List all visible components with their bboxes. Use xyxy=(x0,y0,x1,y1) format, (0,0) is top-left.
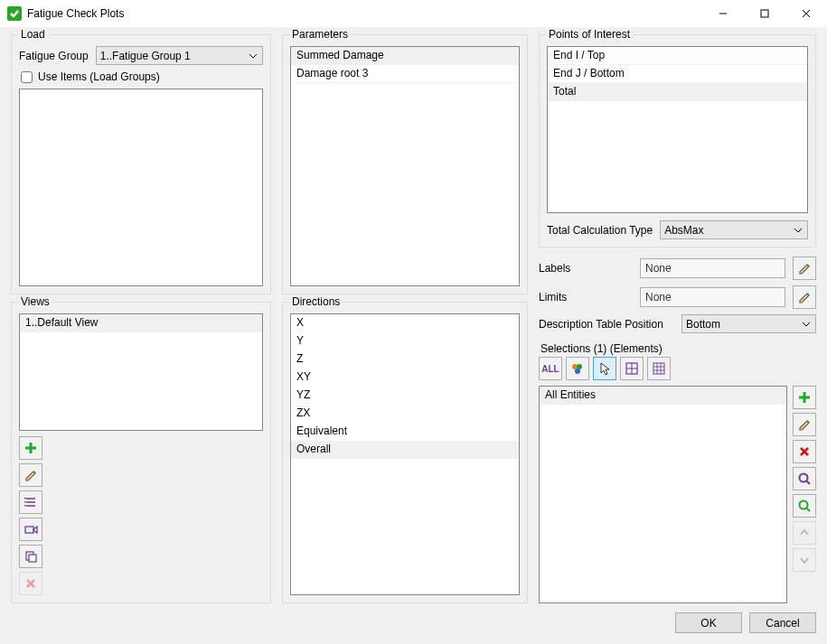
total-calc-row: Total Calculation Type AbsMax xyxy=(547,220,808,239)
views-buttons xyxy=(19,436,263,595)
dialog-footer: OK Cancel xyxy=(0,607,827,644)
dialog-fatigue-check-plots: Fatigue Check Plots Load Fatigue Group xyxy=(0,0,827,644)
group-poi: Points of Interest End I / TopEnd J / Bo… xyxy=(539,34,816,247)
desc-table-row: Description Table Position Bottom xyxy=(539,314,816,333)
desc-table-label: Description Table Position xyxy=(539,318,674,331)
sel-pointer-button[interactable] xyxy=(593,357,616,380)
group-load: Load Fatigue Group 1..Fatigue Group 1 Us… xyxy=(11,34,271,294)
right-fields: Labels None Limits None Description Tabl… xyxy=(539,257,816,333)
list-item[interactable]: XY xyxy=(291,369,519,387)
list-item[interactable]: Y xyxy=(291,332,519,350)
views-edit-button[interactable] xyxy=(19,463,42,487)
fatigue-group-row: Fatigue Group 1..Fatigue Group 1 xyxy=(19,46,263,65)
views-delete-button xyxy=(19,572,42,595)
svg-line-33 xyxy=(807,481,811,485)
sel-edit-button[interactable] xyxy=(793,413,816,436)
svg-rect-9 xyxy=(24,498,26,499)
list-item[interactable]: Z xyxy=(291,350,519,369)
labels-field[interactable]: None xyxy=(640,258,785,278)
titlebar-controls xyxy=(702,0,827,27)
list-item[interactable]: All Entities xyxy=(540,387,786,405)
svg-point-32 xyxy=(800,474,808,482)
list-item[interactable]: ZX xyxy=(291,405,519,423)
list-item[interactable]: Damage root 3 xyxy=(291,65,519,83)
group-parameters-legend: Parameters xyxy=(289,28,351,41)
sel-all-button[interactable]: ALL xyxy=(539,357,562,380)
sel-add-button[interactable] xyxy=(793,386,816,409)
dialog-content: Load Fatigue Group 1..Fatigue Group 1 Us… xyxy=(0,27,827,607)
labels-edit-button[interactable] xyxy=(793,257,816,280)
list-item[interactable]: 1..Default View xyxy=(20,314,262,332)
poi-list[interactable]: End I / TopEnd J / BottomTotal xyxy=(547,46,808,213)
views-add-button[interactable] xyxy=(19,436,42,460)
group-views-legend: Views xyxy=(18,295,52,308)
group-parameters: Parameters Summed DamageDamage root 3 xyxy=(282,34,528,294)
sel-grid-button[interactable] xyxy=(620,357,644,380)
svg-line-35 xyxy=(807,509,811,512)
desc-table-dropdown[interactable]: Bottom xyxy=(681,314,816,333)
list-item[interactable]: End J / Bottom xyxy=(548,65,807,83)
sel-zoom-green-button[interactable] xyxy=(793,494,816,518)
directions-list[interactable]: XYZXYYZZXEquivalentOverall xyxy=(290,313,520,595)
sel-grid-small-button[interactable] xyxy=(647,357,671,380)
svg-rect-1 xyxy=(761,10,768,17)
svg-point-19 xyxy=(575,369,580,374)
sel-delete-button[interactable] xyxy=(793,440,816,463)
sel-move-down-button xyxy=(793,548,816,572)
views-capture-button[interactable] xyxy=(19,518,42,541)
parameters-list[interactable]: Summed DamageDamage root 3 xyxy=(290,46,520,286)
fatigue-group-dropdown[interactable]: 1..Fatigue Group 1 xyxy=(96,46,263,65)
column-left: Load Fatigue Group 1..Fatigue Group 1 Us… xyxy=(11,34,271,603)
list-item[interactable]: YZ xyxy=(291,387,519,405)
minimize-button[interactable] xyxy=(702,0,744,27)
sel-zoom-dark-button[interactable] xyxy=(793,467,816,490)
titlebar-left: Fatigue Check Plots xyxy=(7,6,124,21)
sel-move-up-button xyxy=(793,521,816,545)
use-items-checkbox-input[interactable] xyxy=(21,71,33,83)
limits-row: Limits None xyxy=(539,285,816,309)
load-items-list[interactable] xyxy=(19,89,263,286)
selections-toolbar: ALL xyxy=(539,357,816,380)
use-items-label: Use Items (Load Groups) xyxy=(38,70,160,83)
column-middle: Parameters Summed DamageDamage root 3 Di… xyxy=(282,34,528,603)
titlebar: Fatigue Check Plots xyxy=(0,0,827,27)
list-item[interactable]: Total xyxy=(548,83,807,101)
list-item[interactable]: Summed Damage xyxy=(291,47,519,65)
close-button[interactable] xyxy=(785,0,827,27)
list-item[interactable]: End I / Top xyxy=(548,47,807,65)
use-items-checkbox[interactable]: Use Items (Load Groups) xyxy=(21,70,263,83)
selections-side-buttons xyxy=(793,386,816,603)
list-item[interactable]: Overall xyxy=(291,441,519,459)
svg-rect-11 xyxy=(24,505,26,507)
labels-row: Labels None xyxy=(539,257,816,280)
labels-label: Labels xyxy=(539,262,633,275)
svg-rect-10 xyxy=(24,501,26,503)
group-directions-legend: Directions xyxy=(289,295,343,308)
ok-button[interactable]: OK xyxy=(675,612,742,633)
group-load-legend: Load xyxy=(18,28,48,41)
total-calc-dropdown[interactable]: AbsMax xyxy=(660,220,808,239)
group-views: Views 1..Default View xyxy=(11,302,271,603)
svg-rect-23 xyxy=(653,363,664,374)
maximize-button[interactable] xyxy=(744,0,785,27)
selections-list[interactable]: All Entities xyxy=(539,386,787,603)
cancel-button[interactable]: Cancel xyxy=(749,612,816,633)
group-poi-legend: Points of Interest xyxy=(546,28,633,41)
column-right: Points of Interest End I / TopEnd J / Bo… xyxy=(539,34,816,603)
limits-label: Limits xyxy=(539,291,633,303)
views-copy-button[interactable] xyxy=(19,545,42,568)
sel-colors-button[interactable] xyxy=(566,357,589,380)
group-directions: Directions XYZXYYZZXEquivalentOverall xyxy=(282,302,528,603)
views-list-button[interactable] xyxy=(19,490,42,514)
list-item[interactable]: X xyxy=(291,314,519,332)
limits-edit-button[interactable] xyxy=(793,285,816,309)
views-list[interactable]: 1..Default View xyxy=(19,313,263,431)
total-calc-label: Total Calculation Type xyxy=(547,224,653,237)
limits-field[interactable]: None xyxy=(640,287,785,307)
titlebar-title: Fatigue Check Plots xyxy=(27,7,124,20)
svg-point-34 xyxy=(800,501,808,509)
svg-rect-12 xyxy=(25,527,33,533)
views-body: 1..Default View xyxy=(19,313,263,595)
group-selections-legend: Selections (1) (Elements) xyxy=(539,342,816,355)
list-item[interactable]: Equivalent xyxy=(291,423,519,441)
